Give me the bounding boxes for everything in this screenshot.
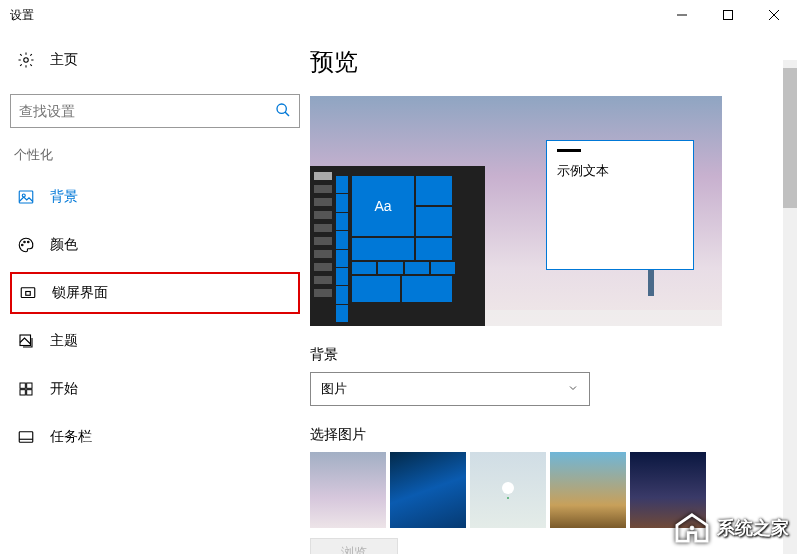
sample-text: 示例文本 xyxy=(557,162,683,180)
picture-thumb-1[interactable] xyxy=(310,452,386,528)
nav-label: 主题 xyxy=(50,332,78,350)
svg-rect-19 xyxy=(19,432,33,443)
window-title: 设置 xyxy=(10,7,659,24)
choose-picture-label: 选择图片 xyxy=(310,426,769,444)
svg-point-9 xyxy=(22,244,24,246)
svg-point-11 xyxy=(28,241,30,243)
taskbar-icon xyxy=(16,428,36,446)
sidebar-item-lockscreen[interactable]: 锁屏界面 xyxy=(10,272,300,314)
sidebar-item-background[interactable]: 背景 xyxy=(10,176,300,218)
section-title: 个性化 xyxy=(14,146,300,164)
nav-label: 颜色 xyxy=(50,236,78,254)
picture-thumb-4[interactable] xyxy=(550,452,626,528)
scroll-thumb[interactable] xyxy=(783,68,797,208)
gear-icon xyxy=(16,51,36,69)
sidebar-item-themes[interactable]: 主题 xyxy=(10,320,300,362)
browse-button[interactable]: 浏览 xyxy=(310,538,398,554)
picture-thumb-2[interactable] xyxy=(390,452,466,528)
window-controls xyxy=(659,0,797,30)
minimize-button[interactable] xyxy=(659,0,705,30)
search-box[interactable] xyxy=(10,94,300,128)
lockscreen-icon xyxy=(18,284,38,302)
picture-icon xyxy=(16,188,36,206)
svg-rect-1 xyxy=(724,11,733,20)
background-select[interactable]: 图片 xyxy=(310,372,590,406)
home-link[interactable]: 主页 xyxy=(10,40,300,80)
search-icon xyxy=(275,102,291,121)
nav-label: 开始 xyxy=(50,380,78,398)
close-button[interactable] xyxy=(751,0,797,30)
sidebar-item-start[interactable]: 开始 xyxy=(10,368,300,410)
chevron-down-icon xyxy=(567,382,579,397)
page-title: 预览 xyxy=(310,46,769,78)
nav-label: 背景 xyxy=(50,188,78,206)
sidebar: 主页 个性化 背景 颜色 锁屏界面 xyxy=(0,30,310,554)
start-icon xyxy=(16,381,36,397)
preview-sample-window: 示例文本 xyxy=(546,140,694,270)
svg-rect-18 xyxy=(27,390,32,395)
home-label: 主页 xyxy=(50,51,78,69)
scrollbar[interactable] xyxy=(783,60,797,554)
picture-thumb-5[interactable] xyxy=(630,452,706,528)
svg-rect-13 xyxy=(26,292,31,296)
svg-rect-16 xyxy=(27,383,32,388)
preview-tile-aa: Aa xyxy=(352,176,414,236)
content-area: 预览 Aa 示例文本 背景 图片 xyxy=(310,30,797,554)
titlebar: 设置 xyxy=(0,0,797,30)
desktop-preview: Aa 示例文本 xyxy=(310,96,722,326)
svg-point-10 xyxy=(24,241,26,243)
picture-thumb-3[interactable] xyxy=(470,452,546,528)
select-value: 图片 xyxy=(321,380,347,398)
sidebar-item-colors[interactable]: 颜色 xyxy=(10,224,300,266)
svg-point-5 xyxy=(277,104,286,113)
preview-start-menu: Aa xyxy=(310,166,485,326)
nav-label: 锁屏界面 xyxy=(52,284,108,302)
svg-rect-12 xyxy=(21,288,35,298)
maximize-button[interactable] xyxy=(705,0,751,30)
palette-icon xyxy=(16,236,36,254)
svg-rect-17 xyxy=(20,390,25,395)
themes-icon xyxy=(16,332,36,350)
svg-line-6 xyxy=(285,112,289,116)
search-input[interactable] xyxy=(19,103,275,119)
sidebar-item-taskbar[interactable]: 任务栏 xyxy=(10,416,300,458)
nav-label: 任务栏 xyxy=(50,428,92,446)
svg-rect-7 xyxy=(19,191,33,203)
svg-rect-15 xyxy=(20,383,25,388)
svg-point-4 xyxy=(24,58,29,63)
picture-thumbnails xyxy=(310,452,769,528)
background-label: 背景 xyxy=(310,346,769,364)
